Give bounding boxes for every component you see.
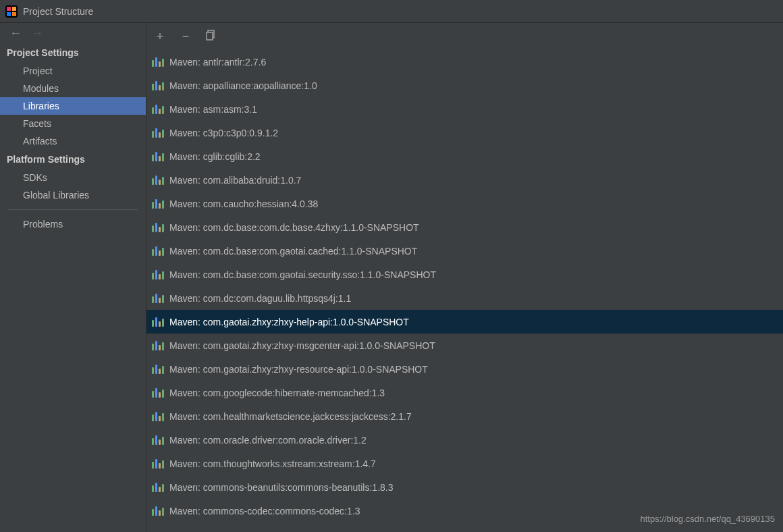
library-label: Maven: cglib:cglib:2.2	[169, 151, 261, 162]
library-row[interactable]: Maven: com.oracle.driver:com.oracle.driv…	[146, 428, 783, 452]
titlebar: Project Structure	[0, 0, 783, 23]
library-icon	[152, 128, 164, 138]
library-row[interactable]: Maven: com.alibaba:druid:1.0.7	[146, 168, 783, 192]
library-icon	[152, 459, 164, 469]
app-icon	[5, 5, 18, 18]
library-icon	[152, 152, 164, 161]
sidebar-item-label: SDKs	[23, 172, 47, 183]
svg-rect-6	[207, 32, 213, 40]
sidebar-item-artifacts[interactable]: Artifacts	[0, 132, 146, 150]
copy-button[interactable]	[205, 30, 218, 44]
sidebar-item-modules[interactable]: Modules	[0, 80, 146, 97]
library-row[interactable]: Maven: antlr:antlr:2.7.6	[146, 50, 783, 74]
remove-button[interactable]: −	[179, 30, 192, 44]
section-header-project-settings: Project Settings	[0, 43, 146, 62]
library-label: Maven: commons-beanutils:commons-beanuti…	[169, 482, 394, 493]
library-row[interactable]: Maven: com.dc.base:com.dc.base.4zhxy:1.1…	[146, 215, 783, 239]
library-icon	[152, 483, 164, 492]
library-row[interactable]: Maven: commons-codec:commons-codec:1.3	[146, 499, 783, 523]
back-arrow-icon[interactable]: ←	[9, 26, 22, 41]
library-icon	[152, 294, 164, 303]
sidebar-divider	[8, 209, 138, 210]
library-icon	[152, 506, 164, 516]
main: ← → Project Settings Project Modules Lib…	[0, 23, 783, 532]
library-icon	[152, 246, 164, 256]
sidebar-item-facets[interactable]: Facets	[0, 115, 146, 132]
library-icon	[152, 317, 164, 327]
library-label: Maven: com.dc:com.daguu.lib.httpsqs4j:1.…	[169, 293, 351, 304]
library-label: Maven: com.dc.base:com.gaotai.cached:1.1…	[169, 246, 417, 257]
library-icon	[152, 105, 164, 114]
sidebar-item-label: Problems	[23, 219, 63, 230]
sidebar-item-label: Modules	[23, 83, 59, 94]
library-row[interactable]: Maven: com.thoughtworks.xstream:xstream:…	[146, 452, 783, 475]
library-row[interactable]: Maven: asm:asm:3.1	[146, 97, 783, 121]
sidebar: ← → Project Settings Project Modules Lib…	[0, 23, 146, 532]
library-label: Maven: com.googlecode:hibernate-memcache…	[169, 388, 385, 398]
library-row[interactable]: Maven: com.gaotai.zhxy:zhxy-help-api:1.0…	[146, 310, 783, 334]
library-row[interactable]: Maven: com.dc:com.daguu.lib.httpsqs4j:1.…	[146, 286, 783, 310]
library-label: Maven: com.healthmarketscience.jackcess:…	[169, 411, 412, 422]
library-list[interactable]: Maven: antlr:antlr:2.7.6Maven: aopallian…	[146, 50, 783, 532]
library-label: Maven: com.alibaba:druid:1.0.7	[169, 175, 301, 186]
sidebar-item-label: Libraries	[23, 101, 59, 111]
library-row[interactable]: Maven: commons-beanutils:commons-beanuti…	[146, 475, 783, 499]
sidebar-item-label: Project	[23, 65, 53, 76]
library-label: Maven: antlr:antlr:2.7.6	[169, 57, 266, 68]
library-row[interactable]: Maven: com.gaotai.zhxy:zhxy-resource-api…	[146, 357, 783, 381]
add-button[interactable]: +	[153, 30, 167, 44]
library-icon	[152, 199, 164, 209]
sidebar-item-project[interactable]: Project	[0, 62, 146, 80]
svg-rect-3	[7, 12, 11, 16]
library-label: Maven: com.gaotai.zhxy:zhxy-resource-api…	[169, 364, 428, 375]
svg-rect-2	[12, 7, 16, 11]
svg-rect-1	[7, 7, 11, 11]
library-icon	[152, 388, 164, 398]
sidebar-item-label: Global Libraries	[23, 190, 89, 201]
library-icon	[152, 341, 164, 350]
sidebar-item-problems[interactable]: Problems	[0, 215, 146, 233]
library-label: Maven: com.thoughtworks.xstream:xstream:…	[169, 458, 376, 469]
library-row[interactable]: Maven: com.dc.base:com.gaotai.security.s…	[146, 263, 783, 286]
library-label: Maven: c3p0:c3p0:0.9.1.2	[169, 128, 278, 138]
library-label: Maven: com.gaotai.zhxy:zhxy-help-api:1.0…	[169, 317, 409, 327]
library-icon	[152, 412, 164, 421]
sidebar-item-global-libraries[interactable]: Global Libraries	[0, 186, 146, 204]
library-icon	[152, 57, 164, 67]
library-row[interactable]: Maven: c3p0:c3p0:0.9.1.2	[146, 121, 783, 144]
library-row[interactable]: Maven: com.dc.base:com.gaotai.cached:1.1…	[146, 239, 783, 263]
library-label: Maven: com.gaotai.zhxy:zhxy-msgcenter-ap…	[169, 340, 435, 351]
library-row[interactable]: Maven: com.gaotai.zhxy:zhxy-msgcenter-ap…	[146, 334, 783, 357]
library-icon	[152, 270, 164, 280]
library-label: Maven: com.caucho:hessian:4.0.38	[169, 198, 318, 209]
library-label: Maven: aopalliance:aopalliance:1.0	[169, 80, 317, 91]
library-label: Maven: commons-codec:commons-codec:1.3	[169, 506, 360, 516]
library-row[interactable]: Maven: com.googlecode:hibernate-memcache…	[146, 381, 783, 404]
sidebar-item-libraries[interactable]: Libraries	[0, 97, 146, 115]
nav-arrows: ← →	[0, 23, 146, 43]
library-row[interactable]: Maven: com.caucho:hessian:4.0.38	[146, 192, 783, 215]
library-label: Maven: com.dc.base:com.gaotai.security.s…	[169, 269, 436, 280]
library-row[interactable]: Maven: aopalliance:aopalliance:1.0	[146, 74, 783, 97]
library-icon	[152, 365, 164, 374]
library-label: Maven: asm:asm:3.1	[169, 104, 257, 115]
library-icon	[152, 223, 164, 232]
library-row[interactable]: Maven: cglib:cglib:2.2	[146, 144, 783, 168]
library-label: Maven: com.dc.base:com.dc.base.4zhxy:1.1…	[169, 222, 419, 233]
library-icon	[152, 81, 164, 90]
library-label: Maven: com.oracle.driver:com.oracle.driv…	[169, 435, 367, 446]
sidebar-item-sdks[interactable]: SDKs	[0, 169, 146, 186]
toolbar: + −	[146, 23, 783, 50]
sidebar-item-label: Facets	[23, 118, 51, 129]
content: + − Maven: antlr:antlr:2.7.6Maven: aopal…	[146, 23, 783, 532]
window-title: Project Structure	[23, 6, 93, 17]
section-header-platform-settings: Platform Settings	[0, 150, 146, 169]
svg-rect-4	[12, 12, 16, 16]
library-icon	[152, 435, 164, 445]
sidebar-item-label: Artifacts	[23, 136, 57, 147]
forward-arrow-icon[interactable]: →	[31, 26, 43, 41]
library-row[interactable]: Maven: com.healthmarketscience.jackcess:…	[146, 404, 783, 428]
library-icon	[152, 176, 164, 185]
